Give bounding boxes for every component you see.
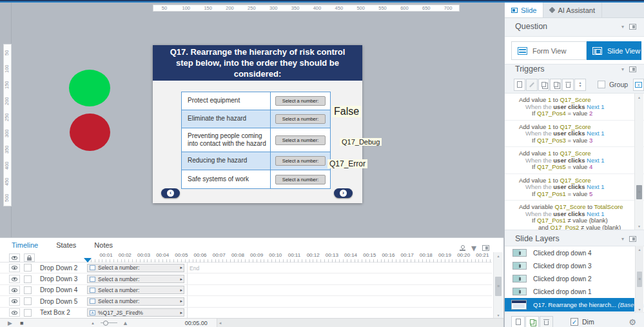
slide-view-button[interactable]: Slide View xyxy=(587,41,641,60)
expand-arrow-icon[interactable]: ▸ xyxy=(180,299,182,304)
timeline-vertical-scrollbar[interactable]: ▴ ▾ xyxy=(493,252,503,319)
trigger-item[interactable]: Add value 1 to Q17_ScoreWhen the user cl… xyxy=(505,94,644,120)
trigger-item[interactable]: Add variable Q17_Score to TotalScoreWhen… xyxy=(505,200,644,230)
tab-notes[interactable]: Notes xyxy=(94,241,113,249)
playhead[interactable] xyxy=(84,258,92,263)
collapse-panel-icon[interactable] xyxy=(629,66,636,72)
timeline-row[interactable]: Text Box 2A%Q17_JS_Fired%▸ xyxy=(0,308,492,319)
trigger-item[interactable]: Add value 1 to Q17_ScoreWhen the user cl… xyxy=(505,146,644,173)
scroll-handle[interactable] xyxy=(636,185,642,199)
chevron-down-icon[interactable]: ▾ xyxy=(621,24,624,30)
gear-icon[interactable]: ⚙ xyxy=(629,317,636,327)
scroll-handle[interactable] xyxy=(495,277,502,296)
delete-layer-button[interactable] xyxy=(540,316,553,327)
tab-timeline[interactable]: Timeline xyxy=(12,241,38,249)
delete-trigger-button[interactable] xyxy=(562,79,574,91)
expand-arrow-icon[interactable]: ▸ xyxy=(180,265,182,270)
zoom-in-icon[interactable]: ▲ xyxy=(122,320,128,326)
expand-arrow-icon[interactable]: ▸ xyxy=(180,310,182,315)
scroll-down-icon[interactable]: ▾ xyxy=(635,224,643,228)
timeline-object-bar[interactable]: Select a number:▸ xyxy=(87,275,184,283)
layers-scrollbar[interactable]: ▴ ▾ xyxy=(635,246,643,313)
scroll-up-icon[interactable]: ▴ xyxy=(635,95,643,99)
chevron-down-icon[interactable]: ▾ xyxy=(621,236,624,242)
timeline-horizontal-scrollbar[interactable]: ◂ xyxy=(217,319,503,327)
visibility-toggle[interactable] xyxy=(9,297,20,306)
show-all-toggle[interactable] xyxy=(9,253,20,262)
time-tick-label: 00:19 xyxy=(435,252,454,260)
expand-arrow-icon[interactable]: ▸ xyxy=(180,277,182,282)
lock-all-toggle[interactable] xyxy=(24,253,35,262)
play-button[interactable]: ▶ xyxy=(8,320,12,326)
visibility-toggle[interactable] xyxy=(9,275,20,283)
scroll-handle[interactable] xyxy=(637,272,642,287)
green-oval-shape[interactable] xyxy=(69,70,110,106)
base-layer-item[interactable]: Q17. Rearrange the hierarch... (Base Lay… xyxy=(505,298,634,312)
timeline-ruler[interactable]: 00:0100:0200:0300:0400:0500:0600:0700:08… xyxy=(97,252,492,260)
timeline-zoom-slider[interactable] xyxy=(101,322,117,323)
collapse-panel-icon[interactable] xyxy=(629,24,636,30)
visibility-toggle[interactable] xyxy=(9,286,20,294)
duplicate-layer-button[interactable] xyxy=(525,316,539,327)
timeline-row[interactable]: Drop Down 3Select a number:▸ xyxy=(0,273,492,284)
collapse-panel-icon[interactable] xyxy=(482,245,489,251)
dim-checkbox[interactable]: ✓ xyxy=(571,318,578,326)
error-text-label[interactable]: Q17_Error xyxy=(327,159,367,168)
lock-checkbox[interactable] xyxy=(24,275,32,283)
visibility-toggle[interactable] xyxy=(9,264,20,272)
timeline-object-bar[interactable]: Select a number:▸ xyxy=(87,297,184,306)
new-trigger-button[interactable] xyxy=(514,79,525,91)
timeline-object-bar[interactable]: A%Q17_JS_Fired%▸ xyxy=(87,308,184,317)
tab-slide[interactable]: Slide xyxy=(505,3,543,17)
paste-trigger-button[interactable] xyxy=(550,79,561,91)
new-layer-button[interactable] xyxy=(511,316,525,327)
scroll-left-icon[interactable]: ◂ xyxy=(219,321,222,326)
lock-checkbox[interactable] xyxy=(24,286,32,294)
scroll-down-icon[interactable]: ▾ xyxy=(494,313,503,317)
slide-layer-item[interactable]: Clicked drop down 3 xyxy=(505,259,644,272)
trigger-item[interactable]: Add value 1 to Q17_ScoreWhen the user cl… xyxy=(505,173,644,201)
prev-button[interactable]: ‹ xyxy=(161,188,180,198)
manage-variables-button[interactable]: x xyxy=(633,79,644,91)
timeline-tools-icon[interactable] xyxy=(460,245,465,251)
timeline-object-bar[interactable]: Select a number:▸ xyxy=(87,264,184,272)
question-title[interactable]: Q17. Rearrange the hierarchy of risk con… xyxy=(153,45,362,81)
select-number-button[interactable]: Select a number: xyxy=(275,114,326,124)
chevron-down-icon[interactable]: ▾ xyxy=(621,66,624,72)
form-view-button[interactable]: Form View xyxy=(511,41,587,60)
timeline-row[interactable]: Drop Down 2Select a number:▸ xyxy=(0,263,492,273)
timeline-row[interactable]: Drop Down 4Select a number:▸ xyxy=(0,285,492,296)
collapse-panel-icon[interactable] xyxy=(629,236,636,242)
triggers-scrollbar[interactable]: ▴ ▾ xyxy=(634,94,643,230)
stop-button[interactable]: ■ xyxy=(20,320,23,326)
slide-layer-item[interactable]: Clicked drop down 4 xyxy=(505,246,644,259)
edit-trigger-button[interactable] xyxy=(526,79,538,91)
tab-ai-assistant[interactable]: AI Assistant xyxy=(543,3,601,17)
select-number-button[interactable]: Select a number: xyxy=(275,156,326,166)
scroll-up-icon[interactable]: ▴ xyxy=(636,247,643,252)
next-button[interactable]: › xyxy=(334,188,353,198)
timeline-row[interactable]: Drop Down 5Select a number:▸ xyxy=(0,296,492,307)
slide-layer-item[interactable]: Clicked drop down 1 xyxy=(505,285,644,298)
debug-text-label[interactable]: Q17_Debug xyxy=(340,138,382,146)
lock-checkbox[interactable] xyxy=(24,309,32,317)
timeline-object-bar[interactable]: Select a number:▸ xyxy=(87,286,184,294)
red-oval-shape[interactable] xyxy=(70,114,110,151)
tab-states[interactable]: States xyxy=(56,241,76,249)
select-number-button[interactable]: Select a number: xyxy=(275,135,326,145)
expand-arrow-icon[interactable]: ▸ xyxy=(180,288,182,293)
select-number-button[interactable]: Select a number: xyxy=(275,96,326,106)
group-checkbox[interactable] xyxy=(598,81,605,88)
slide-layer-item[interactable]: Clicked drop down 2 xyxy=(505,272,644,285)
visibility-toggle[interactable] xyxy=(9,308,20,317)
copy-trigger-button[interactable] xyxy=(538,79,550,91)
trigger-item[interactable]: Add value 1 to Q17_ScoreWhen the user cl… xyxy=(505,120,644,147)
scroll-up-icon[interactable]: ▴ xyxy=(494,253,503,258)
false-text-label[interactable]: False xyxy=(332,106,361,117)
lock-checkbox[interactable] xyxy=(24,297,32,305)
lock-checkbox[interactable] xyxy=(24,264,32,272)
reorder-trigger-button[interactable]: ▴▾ xyxy=(574,79,586,91)
scroll-down-icon[interactable]: ▾ xyxy=(636,307,643,312)
select-number-button[interactable]: Select a number: xyxy=(275,175,326,184)
zoom-out-icon[interactable]: ▴ xyxy=(92,321,94,326)
